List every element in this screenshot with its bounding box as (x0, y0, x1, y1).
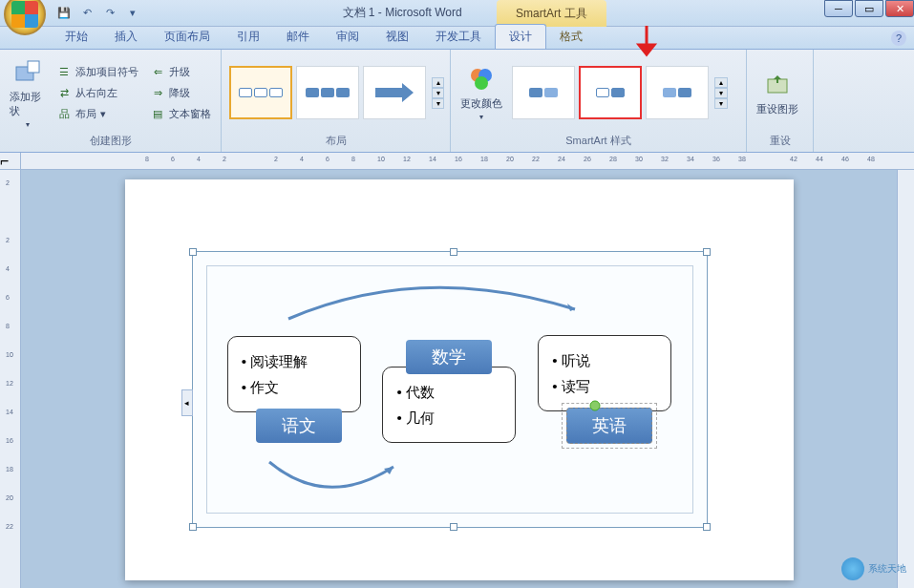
sa-label-2[interactable]: 数学 (406, 340, 492, 374)
tab-page-layout[interactable]: 页面布局 (151, 25, 223, 49)
sa-block-3[interactable]: • 听说 • 读写 英语 (538, 335, 671, 444)
resize-handle-ne[interactable] (703, 248, 711, 256)
colors-icon (466, 64, 497, 94)
text-pane-toggle[interactable]: ◂ (181, 389, 193, 416)
promote-icon: ⇐ (150, 64, 165, 79)
sa-label-3-selected[interactable]: 英语 (566, 408, 652, 444)
sa-item: • 听说 (552, 347, 657, 373)
vertical-ruler[interactable]: 2246810121416182022 (0, 170, 21, 588)
dropdown-icon: ▾ (26, 120, 30, 129)
layout-scroll-down[interactable]: ▾ (432, 88, 444, 98)
close-button[interactable]: ✕ (885, 0, 914, 17)
sa-block-1[interactable]: • 阅读理解 • 作文 语文 (227, 336, 361, 443)
svg-point-4 (475, 76, 488, 90)
tab-home[interactable]: 开始 (52, 25, 101, 49)
reset-graphic-button[interactable]: 重设图形 (753, 68, 802, 118)
resize-handle-sw[interactable] (189, 523, 197, 531)
styles-scroll-up[interactable]: ▴ (714, 77, 728, 88)
demote-button[interactable]: ⇒降级 (146, 83, 215, 102)
promote-button[interactable]: ⇐升级 (146, 62, 215, 81)
layout-item-3[interactable] (363, 66, 426, 119)
styles-gallery (510, 64, 711, 121)
add-shape-label: 添加形状 (10, 90, 45, 118)
qat-customize[interactable]: ▾ (124, 5, 141, 22)
tab-insert[interactable]: 插入 (101, 25, 151, 49)
qat-redo[interactable]: ↷ (101, 5, 118, 22)
group-reset: 重设图形 重设 (747, 50, 814, 152)
sa-label-1[interactable]: 语文 (256, 409, 342, 443)
tab-view[interactable]: 视图 (372, 25, 422, 49)
help-button[interactable]: ? (891, 31, 906, 46)
sa-item: • 代数 (396, 379, 501, 405)
style-item-1[interactable] (512, 66, 575, 119)
page: ◂ • 阅读理解 • 作文 (125, 179, 794, 580)
layout-item-2[interactable] (296, 66, 359, 119)
document-title: 文档 1 - Microsoft Word (343, 5, 462, 21)
layouts-gallery (227, 64, 428, 121)
page-viewport[interactable]: ◂ • 阅读理解 • 作文 (21, 170, 897, 588)
style-item-3[interactable] (646, 66, 709, 119)
group-smartart-styles: 更改颜色▾ ▴ ▾ ▾ SmartArt 样式 (451, 50, 747, 152)
tab-references[interactable]: 引用 (223, 25, 273, 49)
group-layouts: ▴ ▾ ▾ 布局 (222, 50, 451, 152)
svg-rect-1 (28, 61, 39, 73)
layout-scroll-up[interactable]: ▴ (432, 77, 444, 88)
resize-handle-s[interactable] (450, 523, 457, 531)
rtl-icon: ⇄ (56, 85, 72, 100)
styles-more[interactable]: ▾ (714, 98, 728, 109)
group-create-label: 创建图形 (6, 132, 215, 150)
rtl-button[interactable]: ⇄从右向左 (53, 83, 142, 102)
sa-box-3: • 听说 • 读写 (538, 335, 671, 411)
svg-point-6 (590, 401, 600, 410)
reset-icon (762, 70, 793, 100)
sa-item: • 作文 (242, 374, 347, 400)
sa-block-2[interactable]: 数学 • 代数 • 几何 (382, 336, 516, 443)
resize-handle-nw[interactable] (189, 248, 197, 256)
add-shape-button[interactable]: 添加形状 ▾ (6, 55, 49, 131)
add-bullet-button[interactable]: ☰添加项目符号 (53, 62, 142, 81)
layout-menu-button[interactable]: 品布局 ▾ (53, 104, 142, 123)
resize-handle-n[interactable] (450, 248, 457, 256)
smartart-graphic[interactable]: ◂ • 阅读理解 • 作文 (192, 251, 708, 528)
minimize-button[interactable]: ─ (824, 0, 853, 17)
tab-format[interactable]: 格式 (546, 25, 596, 49)
text-pane-button[interactable]: ▤文本窗格 (146, 104, 215, 123)
ribbon: 添加形状 ▾ ☰添加项目符号 ⇄从右向左 品布局 ▾ ⇐升级 ⇒降级 ▤文本窗格… (0, 50, 914, 153)
layout-more[interactable]: ▾ (432, 98, 444, 109)
qat-save[interactable]: 💾 (55, 5, 73, 22)
group-create-graphic: 添加形状 ▾ ☰添加项目符号 ⇄从右向左 品布局 ▾ ⇐升级 ⇒降级 ▤文本窗格… (0, 50, 222, 152)
sa-item: • 几何 (396, 405, 501, 430)
group-layouts-label: 布局 (227, 132, 444, 150)
qat-undo[interactable]: ↶ (78, 5, 96, 22)
ruler-corner: ⌐ (0, 153, 21, 169)
horizontal-ruler-row: ⌐ 86422468101214161820222426283032343638… (0, 153, 914, 170)
demote-icon: ⇒ (150, 85, 165, 100)
sa-item: • 阅读理解 (242, 348, 347, 374)
callout-arrow-annotation (635, 24, 658, 66)
change-colors-button[interactable]: 更改颜色▾ (457, 62, 506, 123)
vertical-scrollbar[interactable] (897, 170, 914, 588)
window-controls: ─ ▭ ✕ (822, 0, 914, 17)
bullet-icon: ☰ (56, 64, 72, 79)
tab-developer[interactable]: 开发工具 (422, 25, 495, 49)
resize-handle-se[interactable] (703, 523, 711, 531)
add-shape-icon (12, 57, 43, 88)
context-tool-label: SmartArt 工具 (497, 0, 606, 27)
sa-box-2: • 代数 • 几何 (382, 367, 516, 443)
tab-mailings[interactable]: 邮件 (273, 25, 323, 49)
quick-access-toolbar: 💾 ↶ ↷ ▾ (55, 5, 141, 22)
ribbon-tabs: 开始 插入 页面布局 引用 邮件 审阅 视图 开发工具 设计 格式 ? (0, 27, 914, 50)
tab-design[interactable]: 设计 (495, 24, 546, 49)
smartart-content: • 阅读理解 • 作文 语文 数学 • 代数 • 几何 (206, 265, 693, 514)
styles-scroll-down[interactable]: ▾ (714, 88, 728, 98)
document-area: 2246810121416182022 ◂ (0, 170, 914, 588)
style-item-2[interactable] (579, 66, 642, 119)
group-reset-label: 重设 (753, 132, 807, 150)
layout-icon: 品 (56, 106, 72, 121)
rotate-handle[interactable] (585, 396, 605, 415)
layout-item-1[interactable] (229, 66, 292, 119)
tab-review[interactable]: 审阅 (323, 25, 372, 49)
maximize-button[interactable]: ▭ (855, 0, 883, 17)
horizontal-ruler[interactable]: 8642246810121416182022242628303234363842… (21, 153, 914, 169)
title-bar: 💾 ↶ ↷ ▾ 文档 1 - Microsoft Word SmartArt 工… (0, 0, 914, 27)
